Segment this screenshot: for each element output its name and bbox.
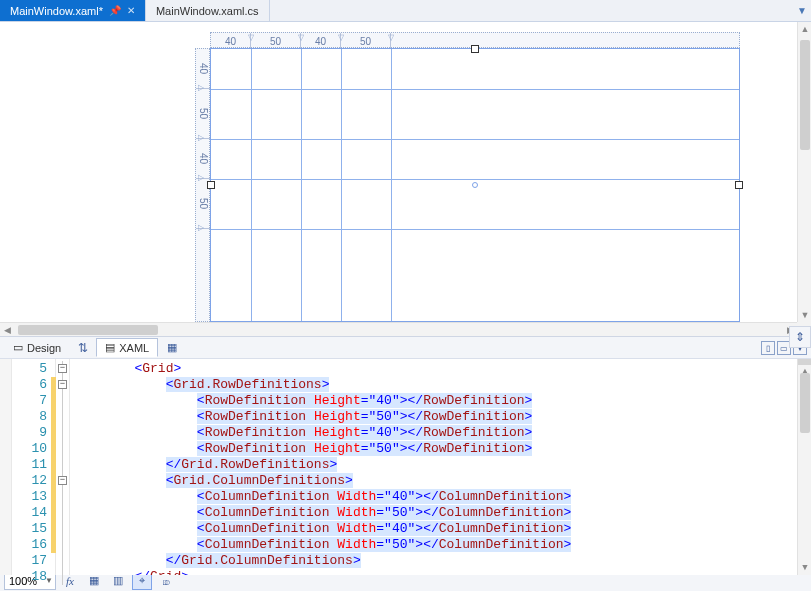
code-line[interactable]: <Grid> xyxy=(70,361,797,377)
grid-line-horizontal xyxy=(211,139,739,140)
line-number: 6 xyxy=(12,377,47,393)
row-ruler-segment[interactable]: 40▷ xyxy=(196,139,211,179)
code-line[interactable]: <Grid.RowDefinitions> xyxy=(70,377,797,393)
design-pane-icon: ▭ xyxy=(13,341,23,354)
change-indicator xyxy=(51,393,56,409)
line-number: 15 xyxy=(12,521,47,537)
xaml-pane-tab[interactable]: ▤ XAML xyxy=(96,338,158,357)
line-number: 7 xyxy=(12,393,47,409)
close-icon[interactable]: ✕ xyxy=(127,5,135,16)
line-number-gutter: 56789101112131415161718 xyxy=(12,359,56,575)
tab-mainwindow-xaml[interactable]: MainWindow.xaml* 📌 ✕ xyxy=(0,0,146,21)
active-files-dropdown-icon[interactable]: ▼ xyxy=(797,5,807,16)
xaml-pane-label: XAML xyxy=(119,342,149,354)
scroll-down-icon[interactable]: ▼ xyxy=(798,308,811,322)
code-line[interactable]: <ColumnDefinition Width="50"></ColumnDef… xyxy=(70,505,797,521)
scroll-left-icon[interactable]: ◀ xyxy=(0,323,14,337)
change-indicator xyxy=(51,377,56,393)
code-line[interactable]: <ColumnDefinition Width="50"></ColumnDef… xyxy=(70,537,797,553)
code-line[interactable]: </Grid> xyxy=(70,569,797,575)
scroll-thumb[interactable] xyxy=(800,373,810,433)
center-adorner xyxy=(472,182,478,188)
code-body[interactable]: <Grid> <Grid.RowDefinitions> <RowDefinit… xyxy=(70,359,797,575)
scroll-thumb[interactable] xyxy=(800,40,810,150)
scroll-down-icon[interactable]: ▼ xyxy=(798,561,811,575)
column-ruler-segment[interactable]: 40▽ xyxy=(211,33,251,49)
code-line[interactable]: <Grid.ColumnDefinitions> xyxy=(70,473,797,489)
outline-collapse-toggle[interactable]: − xyxy=(58,380,67,389)
code-line[interactable]: <RowDefinition Height="50"></RowDefiniti… xyxy=(70,441,797,457)
breakpoint-margin[interactable] xyxy=(0,359,12,575)
split-pane-tabs: ▭ Design ⇅ ▤ XAML ▦ ▯ ▭ ▾ ⇕ xyxy=(0,337,811,359)
line-number: 12 xyxy=(12,473,47,489)
outlining-margin[interactable]: −−− xyxy=(56,359,70,575)
xaml-pane-icon: ▤ xyxy=(105,341,115,354)
tab-label: MainWindow.xaml.cs xyxy=(156,5,259,17)
code-line[interactable]: <RowDefinition Height="50"></RowDefiniti… xyxy=(70,409,797,425)
scroll-up-icon[interactable]: ▲ xyxy=(798,22,811,36)
change-indicator xyxy=(51,505,56,521)
change-indicator xyxy=(51,473,56,489)
row-ruler-segment[interactable]: 50▷ xyxy=(196,89,211,139)
grid-line-horizontal xyxy=(211,229,739,230)
change-indicator xyxy=(51,441,56,457)
code-line[interactable]: </Grid.RowDefinitions> xyxy=(70,457,797,473)
column-ruler-segment[interactable]: 40▽ xyxy=(301,33,341,49)
line-number: 9 xyxy=(12,425,47,441)
row-ruler-segment[interactable]: 40▷ xyxy=(196,49,211,89)
design-pane-label: Design xyxy=(27,342,61,354)
change-indicator xyxy=(51,537,56,553)
design-pane-tab[interactable]: ▭ Design xyxy=(4,338,70,357)
vertical-split-button[interactable]: ▯ xyxy=(761,341,775,355)
row-gridline-marker-icon[interactable]: ▷ xyxy=(196,223,205,232)
pin-icon[interactable]: 📌 xyxy=(109,5,121,16)
line-number: 18 xyxy=(12,569,47,585)
line-number: 8 xyxy=(12,409,47,425)
designer-horizontal-scrollbar[interactable]: ◀ ▶ xyxy=(0,322,797,336)
xaml-code-editor[interactable]: 56789101112131415161718 −−− <Grid> <Grid… xyxy=(0,359,811,575)
designer-vertical-scrollbar[interactable]: ▲ ▼ xyxy=(797,22,811,322)
code-line[interactable]: <ColumnDefinition Width="40"></ColumnDef… xyxy=(70,521,797,537)
designer-viewport[interactable]: 40▽50▽40▽50▽ 40▷50▷40▷50▷ xyxy=(0,22,797,322)
grid-design-root[interactable] xyxy=(210,48,740,322)
line-number: 13 xyxy=(12,489,47,505)
change-indicator xyxy=(51,521,56,537)
tab-label: MainWindow.xaml* xyxy=(10,5,103,17)
line-number: 17 xyxy=(12,553,47,569)
swap-panes-button[interactable]: ⇅ xyxy=(74,339,92,357)
document-tabbar: MainWindow.xaml* 📌 ✕ MainWindow.xaml.cs … xyxy=(0,0,811,22)
column-ruler-segment[interactable]: 50▽ xyxy=(251,33,301,49)
change-indicator xyxy=(51,457,56,473)
tabbar-overflow: ▼ xyxy=(797,0,811,21)
change-indicator xyxy=(51,409,56,425)
document-outline-button[interactable]: ▦ xyxy=(162,339,182,357)
code-line[interactable]: <RowDefinition Height="40"></RowDefiniti… xyxy=(70,393,797,409)
grid-line-horizontal xyxy=(211,89,739,90)
line-number: 10 xyxy=(12,441,47,457)
outline-collapse-toggle[interactable]: − xyxy=(58,364,67,373)
selection-handle-right[interactable] xyxy=(735,181,743,189)
expand-collapse-splitter[interactable]: ⇕ xyxy=(789,326,811,348)
line-number: 14 xyxy=(12,505,47,521)
code-line[interactable]: <RowDefinition Height="40"></RowDefiniti… xyxy=(70,425,797,441)
grid-line-horizontal xyxy=(211,179,739,180)
change-indicator xyxy=(51,489,56,505)
tab-mainwindow-xaml-cs[interactable]: MainWindow.xaml.cs xyxy=(146,0,270,21)
designer-surface: 40▽50▽40▽50▽ 40▷50▷40▷50▷ ▲ ▼ ◀ ▶ xyxy=(0,22,811,337)
scroll-thumb[interactable] xyxy=(18,325,158,335)
code-line[interactable]: <ColumnDefinition Width="40"></ColumnDef… xyxy=(70,489,797,505)
artboard[interactable]: 40▽50▽40▽50▽ 40▷50▷40▷50▷ xyxy=(195,32,740,322)
editor-vertical-scrollbar[interactable]: ▲ ▼ xyxy=(797,359,811,575)
column-ruler-segment[interactable]: 50▽ xyxy=(341,33,391,49)
selection-handle-top[interactable] xyxy=(471,45,479,53)
change-indicator xyxy=(51,425,56,441)
line-number: 5 xyxy=(12,361,47,377)
selection-handle-left[interactable] xyxy=(207,181,215,189)
column-gridline-marker-icon[interactable]: ▽ xyxy=(388,33,394,42)
line-number: 16 xyxy=(12,537,47,553)
outline-collapse-toggle[interactable]: − xyxy=(58,476,67,485)
line-number: 11 xyxy=(12,457,47,473)
code-line[interactable]: </Grid.ColumnDefinitions> xyxy=(70,553,797,569)
